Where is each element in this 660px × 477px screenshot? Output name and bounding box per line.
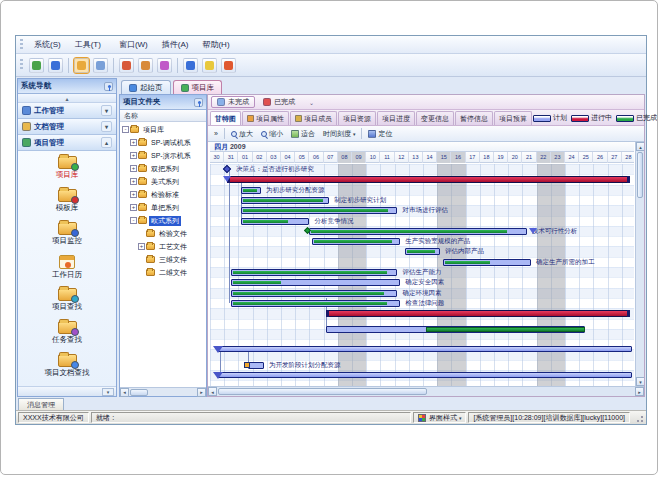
chevron-down-icon[interactable]: ⌄ [309, 99, 314, 106]
print-icon[interactable] [157, 58, 172, 73]
tree-item[interactable]: -欧式系列 [120, 214, 206, 227]
ui-style-dropdown[interactable]: 界面样式 ▾ [413, 412, 466, 423]
gantt-horizontal-scrollbar[interactable]: ◂ ▸ [208, 386, 644, 396]
ready-cell: 就绪： [91, 412, 411, 423]
expand-icon[interactable]: + [130, 191, 137, 198]
nav-item-项目监控[interactable]: 项目监控 [21, 220, 113, 253]
nav-group-工作管理[interactable]: 工作管理▾ [18, 103, 116, 119]
tree-item-label: 单把系列 [149, 203, 181, 213]
exit-icon[interactable] [221, 58, 236, 73]
chevron-icon[interactable]: ▾ [101, 121, 112, 132]
gantt-tab-甘特图[interactable]: 甘特图 [210, 111, 241, 125]
filter-tab-未完成[interactable]: 未完成 [211, 96, 255, 108]
task-label: 确定环境因素 [402, 289, 441, 297]
gantt-vertical-scrollbar[interactable]: ▴ ▾ [635, 142, 644, 386]
filter-tab-已完成[interactable]: 已完成 [258, 96, 300, 108]
gantt-tab-项目资源[interactable]: 项目资源 [338, 111, 376, 125]
nav-item-项目库[interactable]: 项目库 [21, 154, 113, 187]
tree-item[interactable]: +检验标准 [120, 188, 206, 201]
locate-button[interactable]: 定位 [364, 128, 396, 140]
zoom-out-button[interactable]: 缩小 [257, 128, 287, 140]
gantt-tab-变更信息[interactable]: 变更信息 [416, 111, 454, 125]
doc-tab-起始页[interactable]: 起始页 [121, 80, 171, 94]
tree-column-header[interactable]: 名称 [120, 110, 206, 122]
globe-icon-glyph [51, 61, 60, 70]
mail-icon[interactable] [119, 58, 134, 73]
scroll-up-icon[interactable]: ▴ [636, 142, 644, 151]
task-bar [241, 207, 397, 214]
tree-item[interactable]: +工艺文件 [120, 240, 206, 253]
scrollbar-thumb[interactable] [218, 388, 427, 395]
chevron-icon[interactable]: ▾ [101, 105, 112, 116]
scroll-left-icon[interactable]: ◂ [120, 388, 129, 397]
monitor-icon[interactable] [29, 58, 44, 73]
magnifier-minus-icon [261, 131, 267, 137]
expand-icon[interactable]: + [138, 243, 145, 250]
day-cell: 02 [253, 152, 267, 163]
nav-scroll-up[interactable]: ▴ [18, 94, 116, 103]
gantt-tab-项目成员[interactable]: 项目成员 [290, 111, 337, 125]
pin-icon[interactable] [104, 82, 113, 91]
fit-button[interactable]: 适合 [287, 128, 319, 140]
tree-item[interactable]: 检验文件 [120, 227, 206, 240]
scroll-right-icon[interactable]: ▸ [635, 387, 644, 396]
expand-icon[interactable]: + [130, 204, 137, 211]
tree-horizontal-scrollbar[interactable]: ◂ ▸ [120, 387, 206, 396]
globe-icon[interactable] [48, 58, 63, 73]
gantt-tab-暂停信息[interactable]: 暂停信息 [455, 111, 493, 125]
pin-icon[interactable] [194, 98, 203, 107]
tree-item[interactable]: 三维文件 [120, 253, 206, 266]
expand-icon[interactable]: + [130, 139, 137, 146]
menu-item[interactable]: 插件(A) [155, 38, 196, 51]
timescale-dropdown[interactable]: 时间刻度▾ [319, 128, 360, 140]
expand-icon[interactable]: + [130, 165, 137, 172]
gantt-tab-项目进度[interactable]: 项目进度 [377, 111, 415, 125]
report-icon[interactable] [138, 58, 153, 73]
weekend-band [537, 164, 551, 386]
nav-item-任务查找[interactable]: 任务查找 [21, 319, 113, 352]
scroll-right-icon[interactable]: ▸ [197, 388, 206, 397]
tree-item[interactable]: +单把系列 [120, 201, 206, 214]
nav-scroll-down-button[interactable]: ▾ [102, 388, 114, 396]
lock-icon[interactable] [202, 58, 217, 73]
open-folder-icon[interactable] [74, 58, 89, 73]
gantt-tab-项目属性[interactable]: 项目属性 [242, 111, 289, 125]
help-icon[interactable] [183, 58, 198, 73]
window-icon[interactable] [93, 58, 108, 73]
tree-item[interactable]: +美式系列 [120, 175, 206, 188]
resize-grip[interactable] [634, 413, 644, 423]
nav-item-label: 项目文档查找 [45, 368, 90, 378]
collapse-icon[interactable]: - [130, 217, 137, 224]
message-manage-tab[interactable]: 消息管理 [18, 398, 64, 410]
scroll-down-icon[interactable]: ▾ [636, 377, 644, 386]
menu-item[interactable]: 窗口(W) [112, 38, 155, 51]
collapse-icon[interactable]: - [122, 126, 129, 133]
gantt-tab-项目预算[interactable]: 项目预算 [494, 111, 532, 125]
zoom-in-button[interactable]: 放大 [227, 128, 257, 140]
menu-item[interactable]: 帮助(H) [195, 38, 236, 51]
doc-tab-项目库[interactable]: 项目库 [173, 80, 223, 94]
day-cell: 24 [565, 152, 579, 163]
scrollbar-thumb[interactable] [637, 152, 643, 198]
expand-icon[interactable]: + [130, 178, 137, 185]
toolbar-overflow-button[interactable]: » [210, 129, 222, 138]
nav-item-工作日历[interactable]: 工作日历 [21, 253, 113, 286]
nav-group-项目管理[interactable]: 项目管理▴ [18, 135, 116, 151]
scroll-left-icon[interactable]: ◂ [208, 387, 217, 396]
tree-item[interactable]: +双把系列 [120, 162, 206, 175]
tree-item[interactable]: 二维文件 [120, 266, 206, 279]
nav-group-文档管理[interactable]: 文档管理▾ [18, 119, 116, 135]
nav-item-模板库[interactable]: 模板库 [21, 187, 113, 220]
task-progress [314, 240, 392, 243]
nav-item-项目查找[interactable]: 项目查找 [21, 286, 113, 319]
tree-item[interactable]: +SP-调试机系 [120, 136, 206, 149]
tree-item[interactable]: +SP-演示机系 [120, 149, 206, 162]
menu-item[interactable]: 系统(S) [27, 38, 68, 51]
tree-item[interactable]: -项目库 [120, 123, 206, 136]
nav-item-项目文档查找[interactable]: 项目文档查找 [21, 352, 113, 385]
menu-item[interactable]: 工具(T) [68, 38, 108, 51]
chevron-icon[interactable]: ▴ [101, 137, 112, 148]
scrollbar-thumb[interactable] [130, 389, 148, 396]
expand-icon[interactable]: + [130, 152, 137, 159]
chevron-down-icon: ▾ [459, 415, 462, 421]
